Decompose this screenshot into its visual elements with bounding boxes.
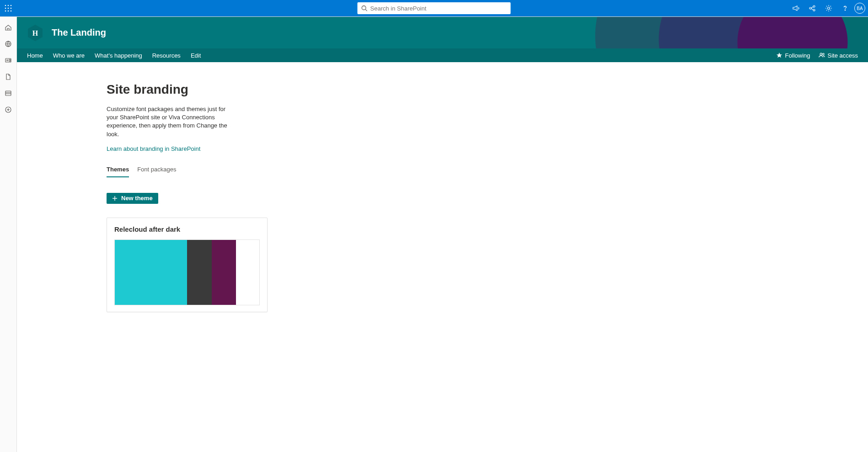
nav-resources[interactable]: Resources (152, 52, 181, 59)
site-title[interactable]: The Landing (52, 27, 106, 38)
svg-text:H: H (32, 29, 38, 37)
account-avatar[interactable]: BA (854, 3, 865, 14)
svg-point-12 (813, 5, 815, 7)
list-icon (5, 90, 12, 97)
nav-right: Following Site access (776, 52, 858, 59)
plus-icon (112, 196, 118, 201)
svg-point-11 (809, 7, 811, 9)
nav-home[interactable]: Home (27, 52, 43, 59)
file-icon (5, 73, 12, 80)
tab-themes[interactable]: Themes (107, 166, 129, 177)
share-button[interactable] (805, 1, 820, 16)
site-header: H The Landing (17, 17, 868, 48)
rail-news[interactable] (0, 53, 17, 68)
swatch-secondary (187, 240, 212, 305)
svg-point-5 (11, 8, 12, 9)
star-icon (776, 52, 782, 58)
svg-marker-31 (776, 53, 782, 58)
site-access-button[interactable]: Site access (819, 52, 858, 59)
svg-point-32 (820, 53, 822, 55)
svg-point-2 (11, 5, 12, 6)
rail-home[interactable] (0, 20, 17, 35)
rail-files[interactable] (0, 69, 17, 85)
svg-point-8 (11, 11, 12, 12)
gear-icon (825, 5, 832, 12)
hexagon-logo-icon: H (27, 24, 43, 42)
site-nav: Home Who we are What's happening Resourc… (17, 48, 868, 62)
swatch-accent (212, 240, 236, 305)
rail-lists[interactable] (0, 85, 17, 101)
search-box[interactable] (358, 2, 511, 14)
theme-card[interactable]: Relecloud after dark (107, 218, 268, 312)
svg-point-13 (813, 9, 815, 11)
page-description: Customize font packages and themes just … (107, 105, 234, 138)
globe-icon (5, 40, 12, 48)
svg-point-9 (362, 6, 366, 10)
svg-point-6 (5, 11, 6, 12)
swatch-background (236, 240, 259, 305)
help-icon (841, 5, 849, 12)
header-artwork (566, 17, 868, 48)
plus-circle-icon (5, 106, 12, 113)
help-button[interactable] (838, 1, 852, 16)
page-content: Site branding Customize font packages an… (17, 62, 868, 330)
tabs: Themes Font packages (107, 166, 868, 177)
main-column: H The Landing Home Who we are What's hap… (17, 17, 868, 452)
waffle-icon (5, 5, 12, 12)
rail-global[interactable] (0, 36, 17, 52)
site-logo[interactable]: H (27, 24, 43, 42)
megaphone-button[interactable] (788, 1, 803, 16)
svg-point-17 (845, 10, 845, 10)
theme-swatches (114, 239, 260, 305)
search-input[interactable] (370, 5, 507, 12)
suite-header: BA (0, 0, 868, 16)
nav-edit[interactable]: Edit (191, 52, 201, 59)
rail-create[interactable] (0, 102, 17, 117)
svg-line-10 (365, 10, 367, 11)
nav-who-we-are[interactable]: Who we are (53, 52, 85, 59)
page-title: Site branding (107, 82, 868, 97)
learn-link[interactable]: Learn about branding in SharePoint (107, 145, 200, 152)
svg-point-3 (5, 8, 6, 9)
megaphone-icon (792, 5, 799, 12)
following-label: Following (785, 52, 810, 59)
following-button[interactable]: Following (776, 52, 810, 59)
avatar-initials: BA (857, 6, 863, 11)
svg-point-7 (8, 11, 9, 12)
svg-point-1 (8, 5, 9, 6)
svg-point-0 (5, 5, 6, 6)
svg-line-14 (811, 7, 813, 8)
app-rail (0, 17, 17, 452)
svg-rect-22 (9, 59, 11, 61)
nav-whats-happening[interactable]: What's happening (95, 52, 142, 59)
new-theme-button[interactable]: New theme (107, 193, 158, 204)
search-icon (361, 5, 368, 11)
share-icon (809, 5, 816, 12)
site-access-label: Site access (828, 52, 858, 59)
settings-button[interactable] (821, 1, 836, 16)
svg-point-4 (8, 8, 9, 9)
news-icon (5, 57, 12, 64)
tab-font-packages[interactable]: Font packages (137, 166, 176, 177)
people-icon (819, 52, 825, 58)
app-launcher-button[interactable] (0, 0, 16, 16)
home-icon (5, 24, 12, 31)
svg-point-16 (828, 7, 830, 10)
svg-line-15 (811, 9, 813, 10)
suite-header-right: BA (788, 1, 868, 16)
swatch-primary (115, 240, 187, 305)
theme-card-title: Relecloud after dark (114, 225, 260, 233)
svg-point-33 (822, 53, 824, 55)
svg-rect-23 (5, 91, 11, 96)
new-theme-label: New theme (121, 195, 153, 202)
